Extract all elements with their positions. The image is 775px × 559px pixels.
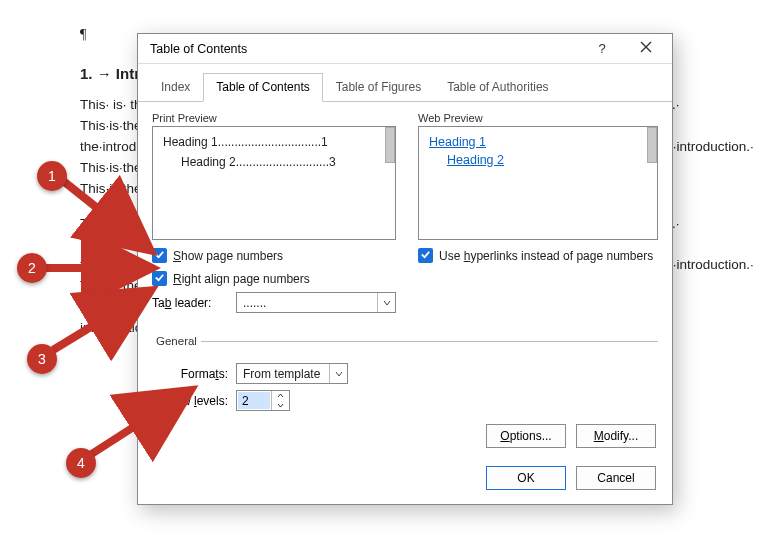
annotation-badge-4: 4 bbox=[66, 448, 96, 478]
annotation-badge-2: 2 bbox=[17, 253, 47, 283]
svg-line-2 bbox=[53, 294, 145, 350]
annotation-badge-3: 3 bbox=[27, 344, 57, 374]
annotation-badge-1: 1 bbox=[37, 161, 67, 191]
annotation-arrows bbox=[0, 0, 775, 559]
svg-line-3 bbox=[90, 394, 185, 455]
svg-line-0 bbox=[62, 180, 145, 246]
